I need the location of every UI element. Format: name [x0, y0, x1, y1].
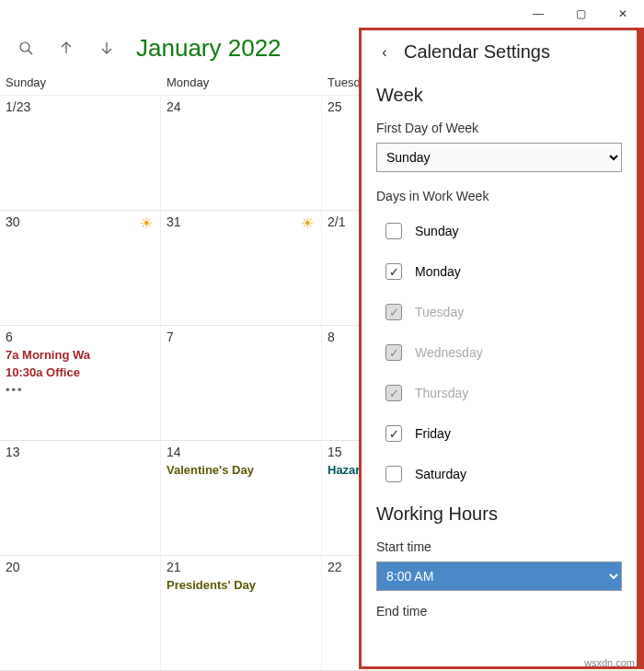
workday-label: Tuesday — [415, 305, 464, 319]
checkbox-icon: ✓ — [385, 304, 402, 320]
calendar-cell[interactable]: 14Valentine's Day — [161, 441, 322, 555]
dow-monday: Monday — [161, 68, 322, 95]
calendar-cell[interactable]: 20 — [0, 556, 161, 670]
workday-wednesday: ✓Wednesday — [376, 332, 622, 373]
workday-label: Sunday — [415, 224, 458, 238]
week-section-label: Week — [376, 85, 622, 106]
first-day-select[interactable]: Sunday — [376, 143, 622, 172]
workday-label: Thursday — [415, 386, 468, 400]
calendar-event[interactable]: Valentine's Day — [167, 463, 316, 477]
working-hours-label: Working Hours — [376, 503, 622, 525]
maximize-button[interactable]: ▢ — [559, 0, 602, 28]
calendar-event[interactable]: 7a Morning Wa — [6, 348, 155, 362]
calendar-event[interactable]: 10:30a Office — [6, 365, 155, 379]
close-button[interactable]: ✕ — [602, 0, 644, 28]
panel-title: Calendar Settings — [404, 41, 550, 63]
start-time-select[interactable]: 8:00 AM — [376, 561, 622, 591]
checkbox-icon: ✓ — [385, 385, 402, 401]
calendar-cell[interactable]: 67a Morning Wa10:30a Office••• — [0, 326, 161, 440]
date-number: 24 — [167, 99, 316, 114]
back-icon[interactable]: ‹ — [376, 44, 393, 61]
date-number: 31 — [167, 214, 316, 229]
workday-friday[interactable]: ✓Friday — [376, 413, 622, 454]
end-time-label: End time — [376, 604, 622, 619]
month-title[interactable]: January 2022 — [136, 34, 282, 63]
date-number: 13 — [6, 445, 155, 459]
workday-thursday: ✓Thursday — [376, 373, 622, 413]
date-number: 20 — [6, 560, 155, 574]
checkbox-icon[interactable]: ✓ — [385, 263, 402, 280]
date-number: 30 — [6, 214, 155, 229]
workday-tuesday: ✓Tuesday — [376, 292, 622, 332]
checkbox-icon[interactable] — [385, 223, 402, 239]
date-number: 1/23 — [6, 99, 155, 114]
date-number: 7 — [167, 330, 316, 344]
calendar-cell[interactable]: 31☀ — [161, 211, 322, 325]
date-number: 21 — [167, 560, 316, 574]
workday-label: Monday — [415, 264, 461, 279]
workday-label: Friday — [415, 426, 451, 441]
dow-sunday: Sunday — [0, 68, 161, 95]
settings-panel: ‹ Calendar Settings Week First Day of We… — [359, 28, 644, 669]
watermark: wsxdn.com — [584, 657, 635, 668]
svg-point-0 — [20, 42, 29, 52]
calendar-cell[interactable]: 13 — [0, 441, 161, 555]
search-icon[interactable] — [7, 29, 44, 66]
calendar-cell[interactable]: 1/23 — [0, 96, 161, 210]
checkbox-icon[interactable]: ✓ — [385, 425, 402, 442]
workday-saturday[interactable]: Saturday — [376, 454, 622, 494]
calendar-event[interactable]: Presidents' Day — [167, 578, 316, 592]
workday-label: Saturday — [415, 467, 466, 481]
checkbox-icon: ✓ — [385, 344, 402, 361]
minimize-button[interactable]: — — [517, 0, 559, 28]
workday-sunday[interactable]: Sunday — [376, 211, 622, 251]
weather-sunny-icon: ☀ — [140, 214, 153, 232]
first-day-label: First Day of Week — [376, 121, 622, 135]
window-titlebar: — ▢ ✕ — [0, 0, 644, 28]
calendar-cell[interactable]: 7 — [161, 326, 322, 440]
workday-label: Wednesday — [415, 345, 483, 360]
prev-month-icon[interactable] — [48, 29, 85, 66]
work-week-label: Days in Work Week — [376, 189, 622, 203]
next-month-icon[interactable] — [88, 29, 125, 66]
calendar-cell[interactable]: 30☀ — [0, 211, 161, 325]
weather-sunny-icon: ☀ — [301, 214, 314, 232]
date-number: 6 — [6, 330, 155, 344]
calendar-cell[interactable]: 21Presidents' Day — [161, 556, 322, 670]
start-time-label: Start time — [376, 539, 622, 554]
more-events-icon[interactable]: ••• — [6, 383, 155, 397]
checkbox-icon[interactable] — [385, 466, 402, 482]
date-number: 14 — [167, 445, 316, 459]
workday-monday[interactable]: ✓Monday — [376, 251, 622, 292]
svg-line-1 — [29, 51, 32, 54]
calendar-cell[interactable]: 24 — [161, 96, 322, 210]
